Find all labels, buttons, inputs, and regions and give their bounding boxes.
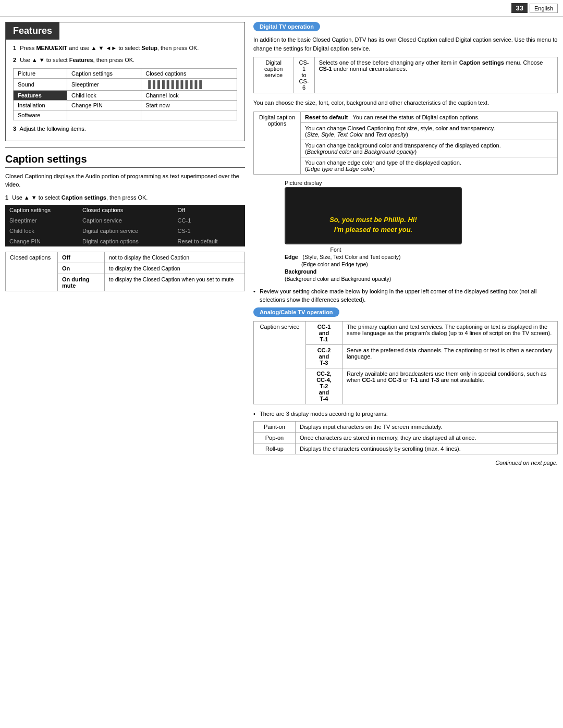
dco-row4-content: You can change edge color and type of th… — [301, 157, 558, 174]
menu-cell: Closed captions — [141, 69, 237, 79]
tv-caption: So, you must be Phillip. Hi! I'm pleased… — [290, 213, 457, 237]
closed-captions-table: Closed captions Off not to display the C… — [5, 252, 245, 291]
caption-settings-desc: Closed Captioning displays the Audio por… — [5, 172, 245, 189]
dm-row-3: Roll-up Displays the characters continuo… — [254, 443, 558, 454]
step-3: 3 Adjust the following items. — [13, 125, 237, 133]
caption-menu-cell: Digital caption service — [78, 226, 174, 236]
dco-row-1: Digital captionoptions Reset to default … — [254, 112, 558, 122]
display-modes-bullet: There are 3 display modes according to p… — [253, 410, 558, 418]
you-can-text: You can choose the size, font, color, ba… — [253, 98, 558, 107]
menu-cell: Picture — [14, 69, 67, 79]
font-label: Font — [285, 246, 462, 253]
tv-display-container: Picture display So, you must be Phillip.… — [253, 180, 558, 282]
background-sub: (Background color and Background opacity… — [285, 276, 462, 282]
digital-tv-badge: Digital TV operation — [253, 22, 320, 31]
caption-menu-row-4: Change PIN Digital caption options Reset… — [5, 236, 245, 246]
digital-caption-options-table: Digital captionoptions Reset to default … — [253, 112, 558, 175]
display-modes-table: Paint-on Displays input characters on th… — [253, 421, 558, 454]
dm-desc-3: Displays the characters continuously by … — [296, 443, 558, 454]
caption-settings-menu: Caption settings Closed captions Off Sle… — [5, 205, 245, 246]
menu-cell: Software — [14, 110, 67, 120]
dco-row3-content: You can change background color and tran… — [301, 140, 558, 157]
picture-display-label: Picture display — [285, 180, 462, 186]
dm-row-1: Paint-on Displays input characters on th… — [254, 422, 558, 433]
menu-cell: Channel lock — [141, 91, 237, 101]
section-divider — [5, 147, 245, 148]
top-bar: 33 English — [0, 0, 563, 17]
right-column: Digital TV operation In addition to the … — [253, 22, 558, 466]
caption-menu-row-2: Sleeptimer Caption service CC-1 — [5, 215, 245, 226]
caption-settings-title: Caption settings — [5, 153, 245, 168]
menu-cell: Caption settings — [67, 69, 141, 79]
step-2: 2 Use ▲ ▼ to select Features, then press… — [13, 56, 237, 65]
menu-row-2: Sound Sleeptimer ▐▐▐▐▐▐▐▐▐▐▐▐ — [14, 79, 237, 91]
cc-desc-off: not to display the Closed Caption — [105, 252, 245, 263]
menu-cell: Sleeptimer — [67, 79, 141, 91]
cs-code-2: CC-2andT-3 — [306, 344, 342, 368]
tv-diagram-labels: Font Edge (Style, Size, Text Color and T… — [285, 246, 462, 282]
step2-text: Use ▲ ▼ to select Features, then press O… — [20, 57, 134, 63]
caption-step-1: 1 Use ▲ ▼ to select Caption settings, th… — [5, 193, 245, 202]
dm-desc-2: Once characters are stored in memory, th… — [296, 433, 558, 443]
features-title: Features — [6, 22, 59, 40]
review-bullet: Review your setting choice made below by… — [253, 287, 558, 304]
caption-menu-cell: Closed captions — [78, 205, 174, 215]
cs-code-3: CC-2,CC-4,T-2andT-4 — [306, 368, 342, 404]
caption-settings-section: Caption settings Closed Captioning displ… — [5, 153, 245, 292]
tv-screen: So, you must be Phillip. Hi! I'm pleased… — [285, 187, 462, 244]
main-layout: Features 1 Press MENU/EXIT and use ▲ ▼ ◄… — [0, 17, 563, 471]
caption-menu-cell: Digital caption options — [78, 236, 174, 246]
dcs-desc: Selects one of these before changing any… — [314, 57, 557, 93]
edge-color-label: (Edge color and Edge type) — [285, 261, 462, 267]
menu-cell: Child lock — [67, 91, 141, 101]
features-menu-table: Picture Caption settings Closed captions… — [13, 68, 237, 120]
cc-label: Closed captions — [6, 252, 58, 291]
menu-row-4: Installation Change PIN Start now — [14, 101, 237, 110]
caption-menu-cell: Sleeptimer — [5, 215, 78, 226]
step-1: 1 Press MENU/EXIT and use ▲ ▼ ◄► to sele… — [13, 44, 237, 53]
menu-cell: Installation — [14, 101, 67, 110]
caption-menu-cell: CS-1 — [174, 226, 245, 236]
dco-label: Digital captionoptions — [254, 112, 301, 174]
menu-cell-bars: ▐▐▐▐▐▐▐▐▐▐▐▐ — [141, 79, 237, 91]
cc-option-off: Off — [58, 252, 105, 263]
cc-desc-on: to display the Closed Caption — [105, 263, 245, 274]
caption-menu-row-3: Child lock Digital caption service CS-1 — [5, 226, 245, 236]
features-content: 1 Press MENU/EXIT and use ▲ ▼ ◄► to sele… — [6, 40, 244, 141]
menu-row-1: Picture Caption settings Closed captions — [14, 69, 237, 79]
cs-desc-1: The primary caption and text services. T… — [342, 321, 558, 344]
menu-cell — [141, 110, 237, 120]
digital-caption-service-table: Digital captionservice CS-1toCS-6 Select… — [253, 57, 558, 93]
dm-label-1: Paint-on — [254, 422, 296, 433]
cs-desc-2: Serve as the preferred data channels. Th… — [342, 344, 558, 368]
menu-cell-highlighted: Features — [14, 91, 67, 101]
features-box: Features 1 Press MENU/EXIT and use ▲ ▼ ◄… — [5, 22, 245, 141]
caption-menu-cell: Change PIN — [5, 236, 78, 246]
left-column: Features 1 Press MENU/EXIT and use ▲ ▼ ◄… — [5, 22, 245, 466]
caption-menu-cell: Caption service — [78, 215, 174, 226]
dco-row1-content: Reset to default You can reset the statu… — [301, 112, 558, 122]
caption-menu-cell: Child lock — [5, 226, 78, 236]
caption-service-table: Caption service CC-1andT-1 The primary c… — [253, 321, 558, 404]
caption-menu-cell: Reset to default — [174, 236, 245, 246]
menu-cell — [67, 110, 141, 120]
menu-cell: Start now — [141, 101, 237, 110]
cs-code-1: CC-1andT-1 — [306, 321, 342, 344]
cc-desc-mute: to display the Closed Caption when you s… — [105, 274, 245, 291]
cs-desc-3: Rarely available and broadcasters use th… — [342, 368, 558, 404]
dco-row2-content: You can change Closed Captioning font si… — [301, 122, 558, 140]
digital-tv-intro: In addition to the basic Closed Caption,… — [253, 35, 558, 53]
dcs-row: Digital captionservice CS-1toCS-6 Select… — [254, 57, 558, 93]
caption-menu-cell: CC-1 — [174, 215, 245, 226]
menu-cell: Sound — [14, 79, 67, 91]
step3-text: Adjust the following items. — [20, 126, 86, 132]
dm-label-3: Roll-up — [254, 443, 296, 454]
cc-row-1: Closed captions Off not to display the C… — [6, 252, 245, 263]
step1-text: Press MENU/EXIT and use ▲ ▼ ◄► to select… — [20, 45, 199, 51]
continued-text: Continued on next page. — [253, 460, 558, 466]
caption-menu-cell: Off — [174, 205, 245, 215]
dm-desc-1: Displays input characters on the TV scre… — [296, 422, 558, 433]
caption-step1-text: Use ▲ ▼ to select Caption settings, then… — [12, 194, 148, 201]
caption-menu-row-1: Caption settings Closed captions Off — [5, 205, 245, 215]
dm-row-2: Pop-on Once characters are stored in mem… — [254, 433, 558, 443]
